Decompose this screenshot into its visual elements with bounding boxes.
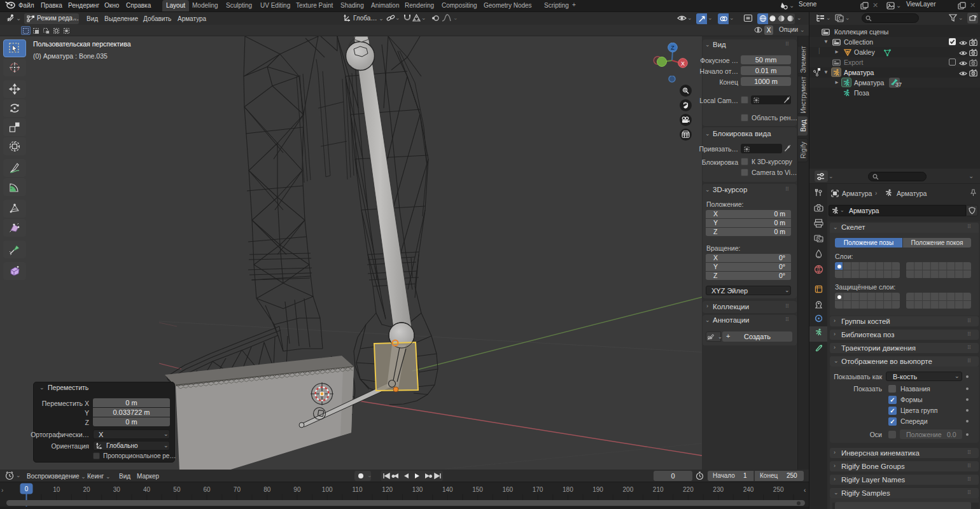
svg-text:220: 220 [683, 486, 694, 493]
svg-text:110: 110 [353, 486, 363, 493]
svg-text:30: 30 [113, 486, 121, 493]
svg-text:10: 10 [53, 486, 60, 493]
svg-text:250: 250 [773, 486, 784, 493]
svg-text:170: 170 [533, 486, 543, 493]
svg-text:180: 180 [563, 486, 573, 493]
svg-text:40: 40 [143, 486, 151, 493]
svg-text:0: 0 [25, 485, 29, 492]
svg-text:240: 240 [743, 486, 754, 493]
svg-text:70: 70 [234, 486, 241, 493]
svg-text:210: 210 [653, 486, 664, 493]
svg-text:140: 140 [442, 486, 453, 493]
svg-text:50: 50 [173, 486, 181, 493]
svg-text:120: 120 [382, 486, 393, 493]
svg-text:Z: Z [671, 45, 675, 51]
svg-text:230: 230 [713, 486, 724, 493]
svg-text:190: 190 [592, 486, 603, 493]
svg-text:60: 60 [204, 486, 211, 493]
svg-text:X: X [681, 60, 685, 67]
svg-text:200: 200 [623, 486, 634, 493]
svg-text:160: 160 [502, 486, 513, 493]
svg-text:150: 150 [472, 486, 483, 493]
svg-text:130: 130 [412, 486, 423, 493]
svg-text:100: 100 [322, 486, 333, 493]
svg-text:80: 80 [263, 486, 271, 493]
svg-text:20: 20 [83, 486, 90, 493]
svg-text:90: 90 [293, 486, 301, 493]
